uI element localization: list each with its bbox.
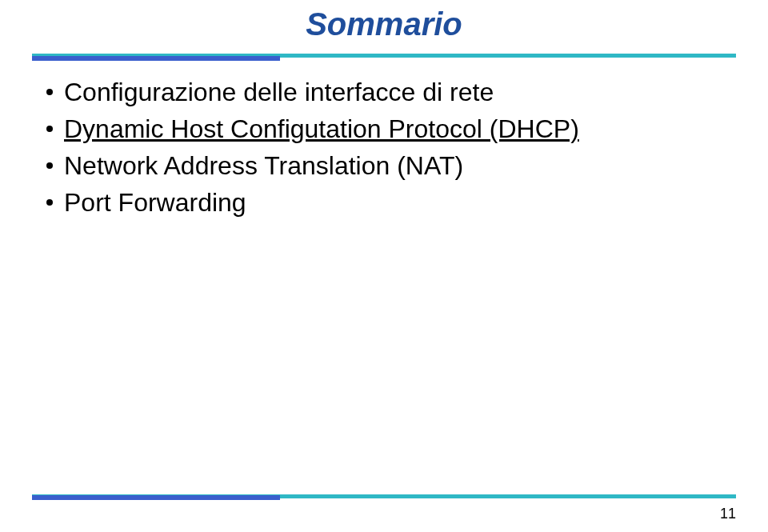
divider-top-blue (32, 56, 280, 61)
slide-title: Sommario (0, 6, 768, 42)
bullet-icon (46, 199, 53, 206)
list-item-text: Configurazione delle interfacce di rete (64, 76, 494, 108)
bullet-icon (46, 89, 53, 95)
slide: Sommario Configurazione delle interfacce… (0, 0, 768, 532)
bullet-icon (46, 126, 53, 132)
divider-bottom-blue (32, 495, 280, 500)
list-item-text: Dynamic Host Configutation Protocol (DHC… (64, 113, 579, 145)
list-item: Port Forwarding (46, 186, 720, 218)
bullet-list: Configurazione delle interfacce di rete … (46, 76, 720, 223)
page-number: 11 (720, 506, 736, 522)
list-item: Network Address Translation (NAT) (46, 150, 720, 182)
bullet-icon (46, 162, 53, 169)
list-item: Configurazione delle interfacce di rete (46, 76, 720, 108)
list-item-text: Port Forwarding (64, 186, 246, 218)
list-item-text: Network Address Translation (NAT) (64, 150, 463, 182)
list-item: Dynamic Host Configutation Protocol (DHC… (46, 113, 720, 145)
